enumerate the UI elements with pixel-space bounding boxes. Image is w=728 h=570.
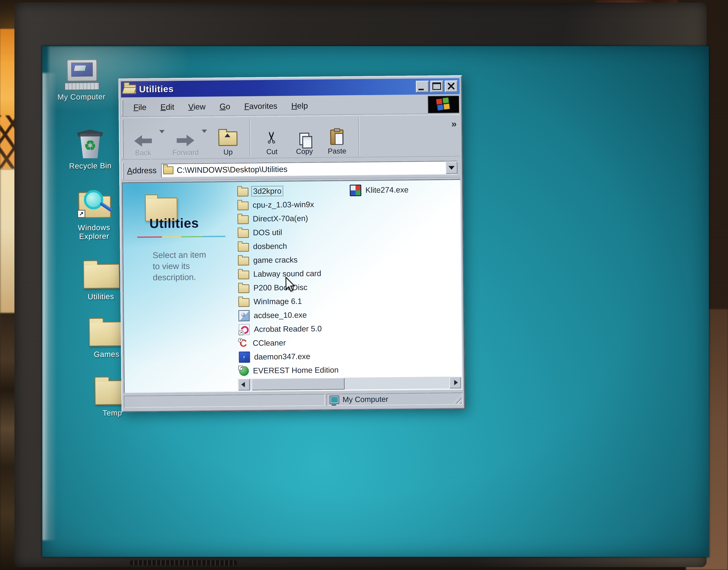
- windows-logo-throbber: [428, 96, 459, 113]
- folder-icon: [238, 257, 249, 265]
- folder-icon: [237, 201, 249, 210]
- file-item[interactable]: cpu-z_1.03-win9x: [237, 198, 338, 212]
- file-name: WinImage 6.1: [252, 297, 303, 306]
- file-item[interactable]: acdsee_10.exe: [238, 308, 339, 323]
- menu-help[interactable]: Help: [284, 101, 315, 110]
- file-name: Acrobat Reader 5.0: [253, 324, 323, 334]
- scroll-right-button[interactable]: [449, 376, 461, 389]
- address-bar-grip[interactable]: [122, 162, 124, 180]
- menu-go[interactable]: Go: [213, 102, 237, 111]
- daemon-app-icon: [239, 351, 250, 363]
- acrobat-app-icon: [239, 324, 250, 335]
- menu-view[interactable]: View: [181, 102, 213, 111]
- address-bar: Address C:\WINDOWS\Desktop\Utilities: [121, 158, 460, 181]
- acdsee-app-icon: [238, 310, 250, 321]
- file-item[interactable]: DOS util: [238, 225, 338, 240]
- file-list: 3d2kprocpu-z_1.03-win9xDirectX-70a(en)DO…: [236, 180, 461, 390]
- file-name: dosbench: [252, 242, 288, 251]
- file-name: P200 Boot Disc: [252, 283, 309, 293]
- back-button: Back: [126, 118, 159, 159]
- open-folder-icon: [124, 84, 136, 94]
- toolbar-spacer: [364, 135, 451, 136]
- desktop-icon-label: Recycle Bin: [59, 162, 121, 171]
- recycle-bin-icon: ♻: [67, 128, 113, 159]
- file-name: CCleaner: [252, 338, 287, 348]
- forward-button: Forward: [169, 118, 202, 159]
- status-zone-text: My Computer: [343, 395, 388, 404]
- forward-dropdown-caret[interactable]: [202, 129, 207, 133]
- toolbar-grip[interactable]: [121, 119, 123, 159]
- desktop-icon-my-computer[interactable]: My Computer: [50, 59, 112, 101]
- address-value: C:\WINDOWS\Desktop\Utilities: [177, 165, 288, 175]
- up-folder-icon: [218, 131, 238, 146]
- copy-button[interactable]: Copy: [288, 117, 321, 158]
- status-zone-panel: My Computer: [326, 392, 462, 406]
- folder-icon: [78, 259, 123, 290]
- file-name: Klite274.exe: [364, 185, 410, 195]
- paste-button[interactable]: Paste: [320, 116, 353, 157]
- maximize-button[interactable]: [430, 80, 443, 92]
- windows-flag-icon: [436, 97, 451, 111]
- file-item[interactable]: dosbench: [238, 239, 339, 254]
- window-title: Utilities: [139, 84, 173, 94]
- mouse-cursor: [285, 277, 297, 293]
- file-item[interactable]: game cracks: [238, 253, 339, 268]
- address-label: Address: [127, 166, 156, 175]
- everest-app-icon: [239, 366, 249, 376]
- toolbar-button-label: Paste: [328, 147, 346, 155]
- menu-favorites[interactable]: Favorites: [237, 101, 285, 111]
- menu-edit[interactable]: Edit: [153, 102, 181, 112]
- file-name: game cracks: [252, 255, 299, 265]
- file-item[interactable]: DirectX-70a(en): [238, 211, 338, 226]
- windows-explorer-icon: ↗: [71, 190, 116, 221]
- toolbar-separator: [358, 117, 359, 156]
- desktop-icon-windows-explorer[interactable]: ↗Windows Explorer: [63, 190, 125, 241]
- title-bar[interactable]: Utilities: [121, 78, 460, 97]
- menu-bar: FileEditViewGoFavoritesHelp: [121, 95, 460, 117]
- info-pane-title: Utilities: [149, 215, 199, 231]
- desktop-icon-area: My Computer♻Recycle Bin↗Windows Explorer…: [42, 46, 706, 49]
- close-button[interactable]: [445, 80, 458, 92]
- address-dropdown-button[interactable]: [445, 162, 457, 174]
- menu-file[interactable]: File: [126, 103, 153, 112]
- info-pane-rule: [137, 236, 225, 238]
- toolbar-overflow-chevron[interactable]: »: [451, 118, 457, 129]
- scrollbar-thumb[interactable]: [252, 377, 345, 390]
- file-item[interactable]: daemon347.exe: [239, 349, 340, 364]
- status-bar: My Computer: [124, 391, 463, 410]
- file-item[interactable]: Acrobat Reader 5.0: [239, 322, 340, 336]
- desktop-icon-recycle-bin[interactable]: ♻Recycle Bin: [59, 128, 121, 171]
- file-item[interactable]: Klite274.exe: [350, 183, 410, 197]
- cut-button[interactable]: ✂Cut: [255, 117, 288, 158]
- file-name: cpu-z_1.03-win9x: [251, 200, 315, 210]
- file-item[interactable]: WinImage 6.1: [238, 294, 339, 309]
- minimize-button[interactable]: [416, 80, 429, 92]
- toolbar: BackForwardUp✂CutCopyPaste»: [121, 114, 460, 160]
- folder-icon: [238, 229, 249, 238]
- file-name: DOS util: [252, 228, 284, 237]
- desktop-icon-label: My Computer: [50, 92, 112, 101]
- forward-arrow-icon: [176, 134, 195, 146]
- file-item[interactable]: CCleaner: [239, 335, 340, 350]
- address-input[interactable]: C:\WINDOWS\Desktop\Utilities: [161, 161, 457, 177]
- folder-icon: [238, 298, 250, 307]
- resize-grip[interactable]: [452, 395, 462, 404]
- up-button[interactable]: Up: [211, 117, 244, 158]
- webview-info-pane: Utilities Select an item to view its des…: [123, 182, 238, 391]
- toolbar-button-label: Back: [135, 149, 151, 157]
- menu-bar-grip[interactable]: [121, 99, 123, 115]
- monitor-vents: [130, 560, 237, 565]
- folder-icon: [238, 215, 249, 224]
- klite-app-icon: [350, 185, 362, 196]
- file-name: DirectX-70a(en): [252, 214, 309, 224]
- file-name: acdsee_10.exe: [252, 310, 308, 320]
- back-dropdown-caret[interactable]: [159, 130, 164, 133]
- info-pane-description: Select an item to view its description.: [153, 249, 213, 283]
- folder-icon: [238, 284, 249, 293]
- toolbar-button-label: Up: [223, 148, 233, 156]
- file-item[interactable]: 3d2kpro: [237, 184, 338, 199]
- scroll-left-button[interactable]: [238, 378, 250, 391]
- horizontal-scrollbar[interactable]: [238, 376, 461, 390]
- file-item[interactable]: EVEREST Home Edition: [239, 363, 340, 378]
- ccleaner-app-icon: [239, 338, 249, 348]
